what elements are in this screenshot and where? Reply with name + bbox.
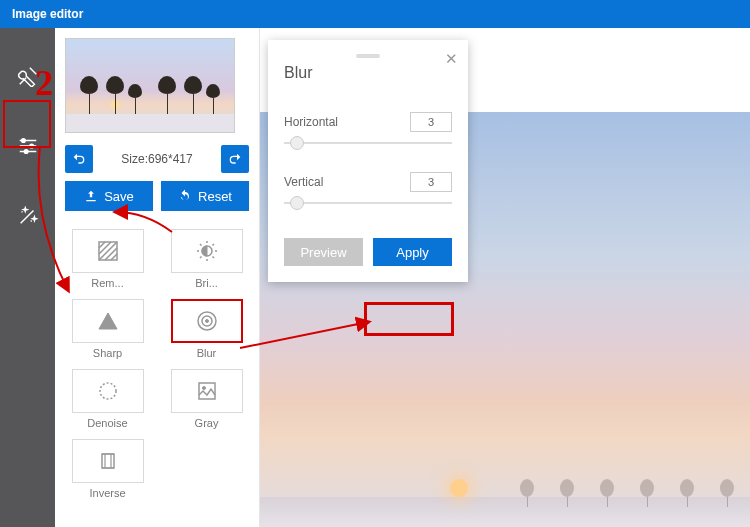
vertical-input[interactable] [410,172,452,192]
save-button[interactable]: Save [65,181,153,211]
tool-panel: Size:696*417 Save Reset Rem... Bri... Sh… [55,28,260,527]
adjust-rail-button[interactable] [8,126,48,166]
undo-button[interactable] [65,145,93,173]
undo-icon [71,151,87,167]
left-rail [0,28,55,527]
tool-label: Inverse [89,487,125,499]
image-thumbnail[interactable] [65,38,235,133]
gray-tool[interactable] [171,369,243,413]
dialog-close-button[interactable]: ✕ [445,50,458,68]
svg-point-7 [205,320,208,323]
vertical-slider[interactable] [284,196,452,210]
tool-label: Bri... [195,277,218,289]
vertical-label: Vertical [284,175,323,189]
blur-dialog: ✕ Blur Horizontal Vertical Preview Apply [268,40,468,282]
svg-point-8 [100,383,116,399]
tool-label: Gray [195,417,219,429]
sliders-icon [17,135,39,157]
close-icon: ✕ [445,50,458,67]
title-bar: Image editor [0,0,750,28]
denoise-tool[interactable] [72,369,144,413]
redo-icon [227,151,243,167]
brightness-icon [195,239,219,263]
apply-button[interactable]: Apply [373,238,452,266]
inverse-tool[interactable] [72,439,144,483]
image-icon [195,379,219,403]
tool-label: Blur [197,347,217,359]
horizontal-slider[interactable] [284,136,452,150]
image-size: Size:696*417 [121,152,192,166]
svg-point-10 [202,387,205,390]
magic-rail-button[interactable] [8,196,48,236]
magic-wand-icon [17,205,39,227]
svg-point-0 [21,139,25,143]
svg-point-2 [24,150,28,154]
sharp-tool[interactable] [72,299,144,343]
dialog-grip[interactable] [356,54,380,58]
tool-label: Denoise [87,417,127,429]
remove-bg-tool[interactable] [72,229,144,273]
reset-icon [178,189,192,203]
dotted-circle-icon [96,379,120,403]
brightness-tool[interactable] [171,229,243,273]
preview-button[interactable]: Preview [284,238,363,266]
horizontal-input[interactable] [410,112,452,132]
svg-rect-11 [102,454,114,468]
tool-label: Sharp [93,347,122,359]
target-icon [195,309,219,333]
tool-label: Rem... [91,277,123,289]
film-roll-icon [96,449,120,473]
blur-tool[interactable] [171,299,243,343]
app-title: Image editor [12,7,83,21]
redo-button[interactable] [221,145,249,173]
triangle-icon [96,309,120,333]
tools-icon [17,65,39,87]
horizontal-label: Horizontal [284,115,338,129]
tools-rail-button[interactable] [8,56,48,96]
svg-point-1 [29,144,33,148]
reset-button[interactable]: Reset [161,181,249,211]
dialog-title: Blur [284,64,452,82]
diagonal-stripes-icon [96,239,120,263]
upload-icon [84,189,98,203]
